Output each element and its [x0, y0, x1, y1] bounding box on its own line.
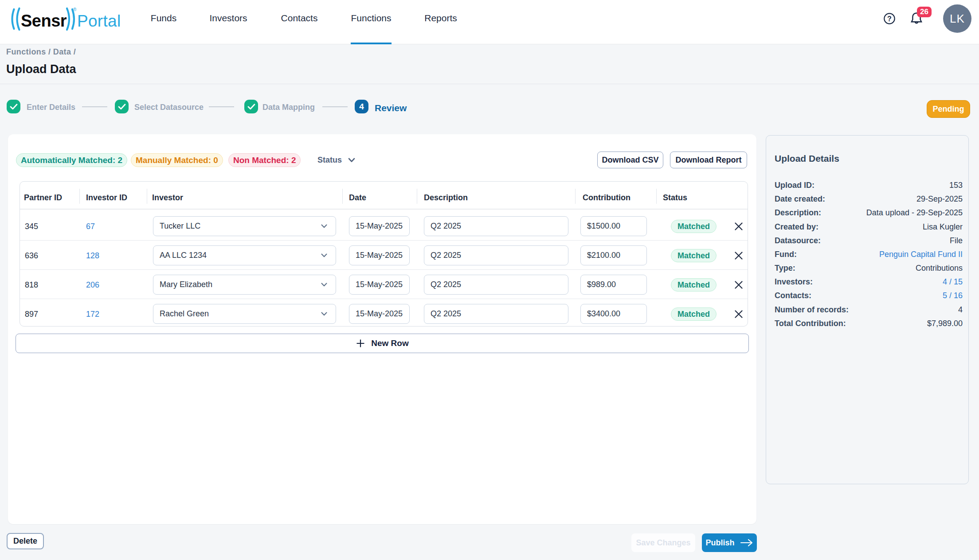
svg-text:Sensr: Sensr: [21, 12, 67, 30]
svg-text:?: ?: [887, 15, 892, 23]
svg-text:Portal: Portal: [77, 12, 121, 30]
svg-text:®: ®: [73, 7, 77, 12]
